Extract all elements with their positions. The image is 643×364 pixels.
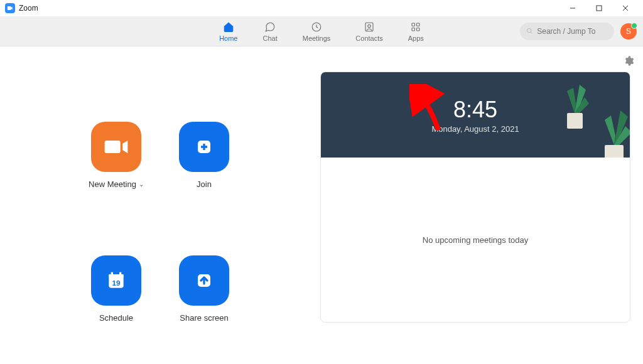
svg-point-6 bbox=[368, 24, 371, 28]
share-screen-button[interactable]: Share screen bbox=[160, 255, 248, 364]
svg-rect-21 bbox=[605, 145, 624, 158]
plant-decoration-icon bbox=[589, 104, 630, 158]
svg-point-11 bbox=[527, 28, 531, 33]
calendar-icon: 19 bbox=[91, 255, 141, 306]
chevron-down-icon[interactable]: ⌄ bbox=[139, 181, 144, 188]
apps-icon bbox=[409, 21, 422, 33]
tab-chat[interactable]: Chat bbox=[260, 18, 279, 45]
chat-icon bbox=[264, 21, 276, 33]
minimize-button[interactable] bbox=[565, 1, 580, 16]
calendar-panel: 8:45 Monday, August 2, 2021 No upcoming … bbox=[320, 46, 643, 364]
window-title: Zoom bbox=[19, 4, 38, 13]
plant-decoration-icon bbox=[554, 78, 592, 129]
new-meeting-label: New Meeting bbox=[89, 179, 136, 189]
svg-rect-5 bbox=[365, 23, 373, 31]
share-icon bbox=[179, 255, 229, 306]
join-button[interactable]: Join bbox=[160, 122, 248, 230]
no-meetings-text: No upcoming meetings today bbox=[423, 235, 528, 245]
tab-home[interactable]: Home bbox=[217, 18, 240, 45]
time-display: 8:45 bbox=[453, 97, 497, 123]
tab-home-label: Home bbox=[219, 35, 237, 42]
contacts-icon bbox=[363, 21, 376, 33]
home-icon bbox=[222, 21, 235, 33]
title-bar: Zoom bbox=[0, 0, 643, 16]
svg-rect-9 bbox=[412, 28, 415, 31]
meetings-card: 8:45 Monday, August 2, 2021 No upcoming … bbox=[320, 72, 630, 323]
tab-chat-label: Chat bbox=[262, 35, 277, 42]
tab-contacts[interactable]: Contacts bbox=[353, 18, 385, 45]
svg-rect-20 bbox=[567, 113, 583, 129]
video-icon bbox=[91, 122, 141, 172]
tab-meetings-label: Meetings bbox=[303, 35, 331, 42]
actions-panel: New Meeting⌄ Join 19 Schedule Share scre… bbox=[0, 46, 320, 364]
gear-icon bbox=[623, 55, 634, 67]
nav-bar: Home Chat Meetings Contacts Apps S bbox=[0, 16, 643, 46]
svg-rect-10 bbox=[417, 28, 420, 31]
schedule-label: Schedule bbox=[99, 313, 133, 323]
share-label: Share screen bbox=[180, 313, 228, 323]
svg-line-12 bbox=[531, 32, 532, 33]
search-box[interactable] bbox=[520, 23, 614, 40]
svg-rect-1 bbox=[597, 6, 602, 11]
tab-meetings[interactable]: Meetings bbox=[300, 18, 333, 45]
svg-rect-7 bbox=[412, 23, 415, 26]
plus-icon bbox=[179, 122, 229, 172]
tab-apps[interactable]: Apps bbox=[406, 18, 426, 45]
date-display: Monday, August 2, 2021 bbox=[431, 124, 519, 134]
svg-text:19: 19 bbox=[112, 279, 121, 287]
close-button[interactable] bbox=[618, 1, 633, 16]
new-meeting-button[interactable]: New Meeting⌄ bbox=[72, 122, 160, 230]
settings-button[interactable] bbox=[623, 55, 634, 69]
tab-apps-label: Apps bbox=[408, 35, 424, 42]
clock-icon bbox=[310, 21, 323, 33]
join-label: Join bbox=[197, 179, 212, 189]
clock-banner: 8:45 Monday, August 2, 2021 bbox=[321, 72, 630, 158]
search-input[interactable] bbox=[537, 27, 608, 36]
schedule-button[interactable]: 19 Schedule bbox=[72, 255, 160, 364]
search-icon bbox=[526, 27, 533, 35]
svg-rect-8 bbox=[417, 23, 420, 26]
zoom-logo-icon bbox=[5, 3, 15, 13]
avatar[interactable]: S bbox=[620, 23, 637, 40]
tab-contacts-label: Contacts bbox=[355, 35, 382, 42]
maximize-button[interactable] bbox=[592, 1, 607, 16]
